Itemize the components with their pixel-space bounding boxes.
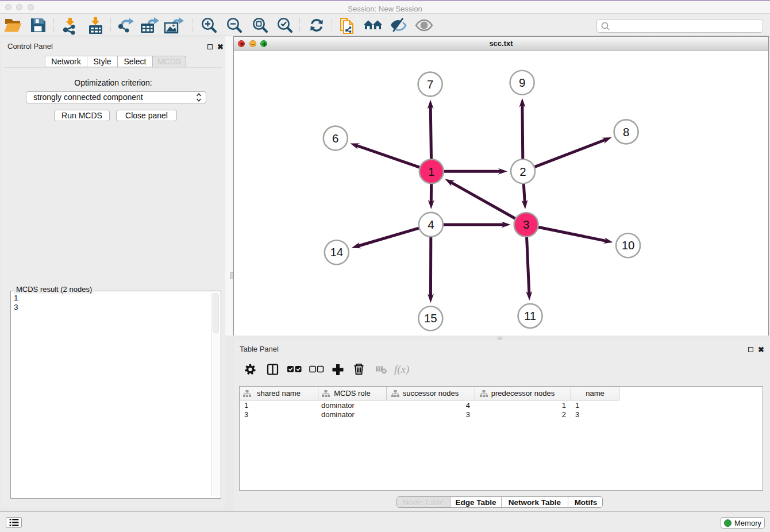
svg-text:f(x): f(x) — [394, 363, 409, 376]
svg-text:10: 10 — [622, 238, 635, 252]
svg-text:15: 15 — [424, 311, 437, 325]
svg-text:1: 1 — [428, 165, 434, 178]
svg-text:14: 14 — [330, 245, 343, 259]
svg-text:3: 3 — [523, 218, 529, 231]
svg-text:2: 2 — [519, 165, 526, 178]
svg-text:4: 4 — [428, 218, 434, 231]
svg-text:11: 11 — [524, 309, 536, 322]
svg-text:6: 6 — [332, 132, 338, 145]
svg-text:7: 7 — [427, 78, 433, 91]
svg-text:9: 9 — [519, 76, 525, 89]
svg-text:8: 8 — [623, 125, 629, 138]
